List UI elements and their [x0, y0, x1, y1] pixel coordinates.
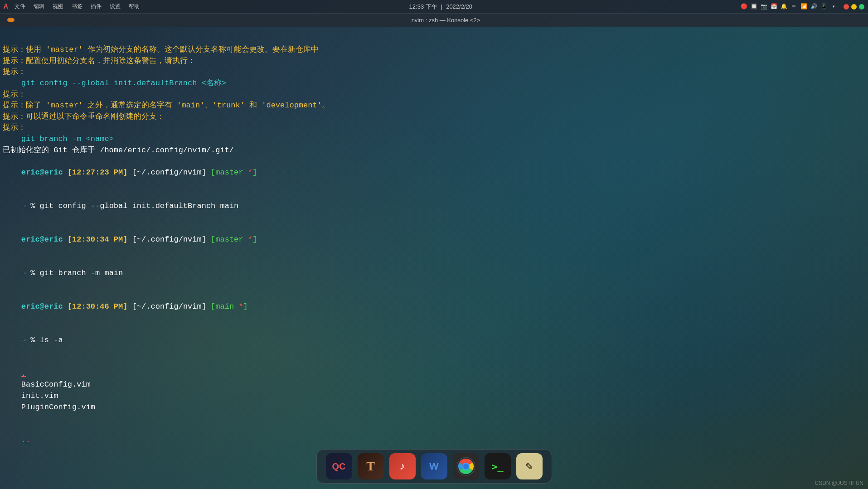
tray-icon-4: 📅 [770, 3, 777, 10]
window-menu [0, 16, 24, 24]
tray-icon-9: 📱 [820, 3, 827, 10]
hint-line-2: 提示：配置使用初始分支名，并消除这条警告，请执行： [3, 56, 865, 67]
dock-item-notes[interactable]: ✎ [516, 453, 543, 479]
init-done-line: 已初始化空的 Git 仓库于 /home/eric/.config/nvim/.… [3, 145, 865, 156]
tray-icon-10: ▾ [830, 3, 837, 10]
files-row-1: . BasicConfig.vim init.vim PluginConfig.… [3, 357, 865, 424]
wps-label: W [429, 460, 439, 472]
cmd-line-3: → % ls -a [3, 324, 865, 357]
tray-icon-7: 📶 [800, 3, 807, 10]
app-icon: A [4, 3, 8, 11]
hint-line-3: 提示： [3, 67, 865, 78]
hint-line-1: 提示：使用 'master' 作为初始分支的名称。这个默认分支名称可能会更改。要… [3, 44, 865, 56]
minimize-button[interactable] [851, 4, 857, 10]
application-dock: QC T ♪ W [316, 449, 552, 484]
top-taskbar: A 文件 编辑 视图 书签 插件 设置 帮助 12:33 下午 | 2022/2… [0, 0, 868, 14]
cmd-line-2: → % git branch -m main [3, 257, 865, 290]
taskbar-bottom: QC T ♪ W [0, 444, 868, 489]
menu-help[interactable]: 帮助 [127, 3, 141, 10]
traffic-lights [844, 4, 864, 10]
hint-line-5: 提示： [3, 89, 865, 101]
maximize-button[interactable] [859, 4, 864, 10]
dock-item-typora[interactable]: T [358, 453, 384, 479]
close-button[interactable] [844, 4, 849, 10]
csdn-credit: CSDN @JUSTIFUN [815, 480, 863, 486]
tray-icon-3: 📷 [760, 3, 767, 10]
notes-icon: ✎ [526, 459, 533, 474]
menu-bookmarks[interactable]: 书签 [70, 3, 84, 10]
taskbar-right: 🔴 🔲 📷 📅 🔔 ⌨ 📶 🔊 📱 ▾ [737, 3, 868, 10]
konsole-dot [4, 16, 20, 24]
svg-point-2 [463, 464, 469, 469]
window-indicator [7, 18, 15, 22]
dock-item-netease[interactable]: ♪ [389, 453, 416, 479]
clock-time: 12:33 下午 [409, 3, 437, 11]
menu-settings[interactable]: 设置 [108, 3, 122, 10]
prompt-line-3: eric@eric [12:30:46 PM] [~/.config/nvim]… [3, 290, 865, 324]
netease-icon: ♪ [399, 460, 405, 473]
cmd-line-1: → % git config --global init.defaultBran… [3, 189, 865, 223]
menu-view[interactable]: 视图 [51, 3, 65, 10]
tray-icon-1: 🔴 [740, 3, 747, 10]
menu-plugins[interactable]: 插件 [89, 3, 103, 10]
window-titlebar: nvim : zsh — Konsole <2> [0, 14, 868, 27]
tray-icon-2: 🔲 [750, 3, 757, 10]
files-row-2: .. coc-settings.json KeyConfig.vim PlugI… [3, 424, 865, 444]
qcad-label: QC [332, 461, 346, 472]
terminal-area[interactable]: 提示：使用 'master' 作为初始分支的名称。这个默认分支名称可能会更改。要… [0, 41, 868, 444]
hint-line-6: 提示：除了 'master' 之外，通常选定的名字有 'main'、'trunk… [3, 100, 865, 111]
tray-icon-5: 🔔 [780, 3, 787, 10]
prompt-line-1: eric@eric [12:27:23 PM] [~/.config/nvim]… [3, 156, 865, 189]
dock-item-wps[interactable]: W [421, 453, 447, 479]
terminal-icon: >_ [491, 461, 504, 472]
window-title: nvim : zsh — Konsole <2> [24, 17, 868, 24]
hint-line-9: git branch -m <name> [3, 134, 865, 145]
hint-line-4: git config --global init.defaultBranch <… [3, 78, 865, 89]
dock-item-terminal[interactable]: >_ [485, 453, 511, 479]
menu-edit[interactable]: 编辑 [32, 3, 46, 10]
taskbar-left: A 文件 编辑 视图 书签 插件 设置 帮助 [0, 3, 145, 11]
chrome-icon [456, 457, 475, 476]
menu-file[interactable]: 文件 [13, 3, 27, 10]
clock-date: 2022/2/20 [446, 3, 472, 10]
taskbar-center: 12:33 下午 | 2022/2/20 [145, 3, 737, 11]
tray-icon-8: 🔊 [810, 3, 817, 10]
dock-item-chrome[interactable] [453, 453, 479, 479]
typora-label: T [366, 459, 375, 474]
prompt-line-2: eric@eric [12:30:34 PM] [~/.config/nvim]… [3, 223, 865, 257]
hint-line-8: 提示： [3, 122, 865, 134]
dock-item-qcad[interactable]: QC [326, 453, 352, 479]
hint-line-7: 提示：可以通过以下命令重命名刚创建的分支： [3, 111, 865, 123]
tray-icon-6: ⌨ [790, 3, 797, 10]
